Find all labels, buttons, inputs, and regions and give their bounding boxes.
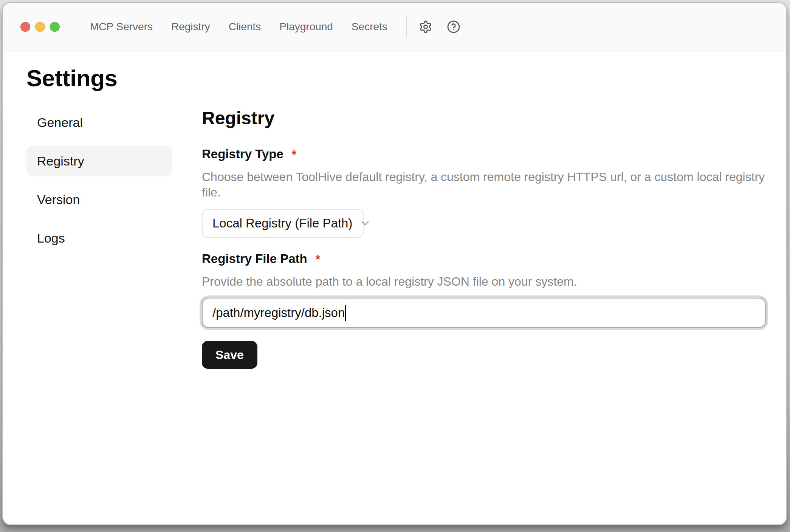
- registry-type-label: Registry Type: [202, 147, 283, 162]
- nav-item-clients[interactable]: Clients: [229, 21, 261, 33]
- titlebar: MCP Servers Registry Clients Playground …: [3, 3, 786, 51]
- sidebar-item-version[interactable]: Version: [26, 184, 172, 215]
- settings-button[interactable]: [417, 18, 435, 36]
- settings-page: Settings General Registry Version Logs R…: [3, 51, 786, 524]
- save-button[interactable]: Save: [202, 341, 257, 369]
- chevron-down-icon: [352, 217, 371, 229]
- registry-file-path-field: Registry File Path * Provide the absolut…: [202, 251, 766, 328]
- registry-file-path-description: Provide the absolute path to a local reg…: [202, 274, 766, 290]
- required-asterisk: *: [316, 252, 320, 266]
- window-minimize-button[interactable]: [35, 22, 45, 32]
- registry-file-path-input[interactable]: /path/myregistry/db.json: [202, 298, 766, 328]
- app-window: MCP Servers Registry Clients Playground …: [2, 2, 787, 525]
- sidebar-item-label: Registry: [37, 154, 84, 169]
- titlebar-divider: [406, 16, 407, 38]
- sidebar-item-registry[interactable]: Registry: [26, 145, 172, 176]
- sidebar-item-label: General: [37, 115, 83, 130]
- gear-icon: [419, 20, 432, 34]
- registry-type-select[interactable]: Local Registry (File Path): [202, 209, 364, 238]
- nav-item-playground[interactable]: Playground: [279, 21, 333, 33]
- page-title: Settings: [26, 65, 786, 91]
- registry-type-field: Registry Type * Choose between ToolHive …: [202, 147, 766, 238]
- sidebar-item-logs[interactable]: Logs: [26, 223, 172, 254]
- text-caret: [345, 305, 346, 321]
- help-button[interactable]: [445, 18, 463, 36]
- registry-settings-panel: Registry Registry Type * Choose between …: [202, 107, 766, 369]
- registry-file-path-value: /path/myregistry/db.json: [212, 306, 345, 320]
- nav-item-secrets[interactable]: Secrets: [352, 21, 387, 33]
- top-nav: MCP Servers Registry Clients Playground …: [90, 21, 387, 33]
- settings-sidebar: General Registry Version Logs: [26, 107, 172, 369]
- section-title: Registry: [202, 108, 766, 128]
- registry-file-path-label: Registry File Path: [202, 251, 307, 266]
- sidebar-item-label: Version: [37, 192, 80, 207]
- window-controls: [20, 22, 60, 32]
- registry-type-description: Choose between ToolHive default registry…: [202, 169, 766, 201]
- required-asterisk: *: [292, 148, 296, 162]
- window-close-button[interactable]: [20, 22, 30, 32]
- nav-item-mcp-servers[interactable]: MCP Servers: [90, 21, 153, 33]
- sidebar-item-general[interactable]: General: [26, 107, 172, 138]
- registry-type-selected-value: Local Registry (File Path): [212, 216, 352, 230]
- window-zoom-button[interactable]: [50, 22, 60, 32]
- nav-item-registry[interactable]: Registry: [171, 21, 210, 33]
- help-circle-icon: [447, 20, 460, 34]
- sidebar-item-label: Logs: [37, 231, 65, 246]
